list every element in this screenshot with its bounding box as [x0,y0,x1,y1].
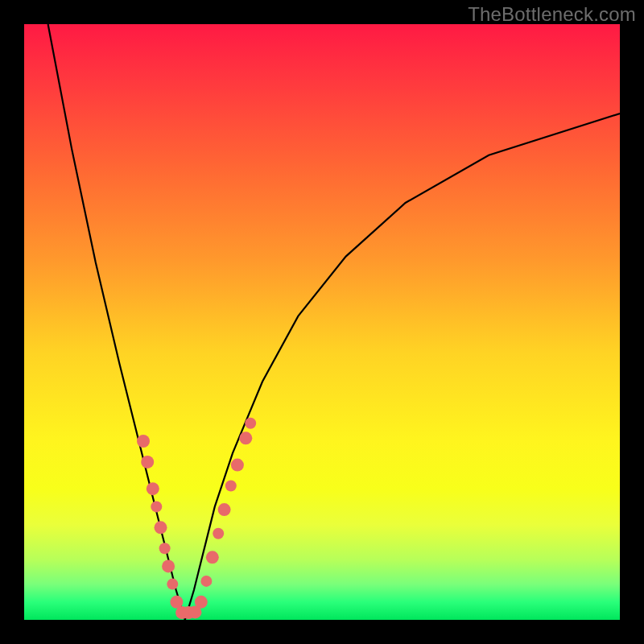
data-bead [151,501,162,512]
data-bead [159,543,171,554]
data-bead [218,503,231,516]
data-bead [225,481,237,492]
data-bead [141,456,154,469]
chart-svg [24,24,620,620]
watermark-text: TheBottleneck.com [468,3,636,26]
data-bead [195,596,208,609]
data-bead [206,551,219,564]
chart-plot-area [24,24,620,620]
data-beads [137,418,256,619]
curve-right-branch [185,114,620,620]
data-bead [137,435,150,448]
data-bead [155,521,167,534]
data-bead [213,528,224,539]
data-bead [200,576,212,587]
data-bead [231,459,244,472]
data-bead [245,418,256,429]
data-bead [239,431,252,444]
data-bead [147,482,159,495]
data-bead [167,579,178,590]
data-bead [162,559,175,572]
